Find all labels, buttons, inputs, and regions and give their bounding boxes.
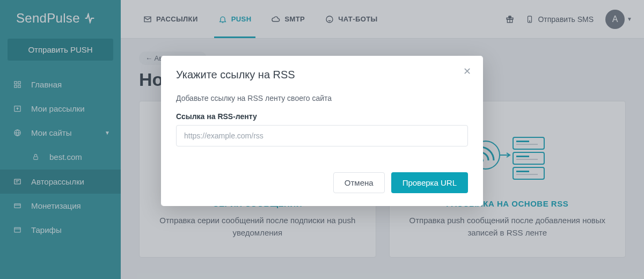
rss-modal: Укажите ссылку на RSS ✕ Добавьте ссылку …	[161, 56, 483, 206]
rss-url-input[interactable]	[176, 125, 468, 146]
modal-overlay[interactable]: Укажите ссылку на RSS ✕ Добавьте ссылку …	[0, 0, 644, 279]
modal-lead: Добавьте ссылку на RSS ленту своего сайт…	[176, 94, 468, 102]
field-label: Ссылка на RSS-ленту	[176, 112, 468, 121]
modal-title: Укажите ссылку на RSS	[176, 69, 468, 81]
close-icon[interactable]: ✕	[463, 67, 471, 76]
modal-actions: Отмена Проверка URL	[176, 172, 468, 193]
cancel-button[interactable]: Отмена	[333, 172, 385, 193]
check-url-button[interactable]: Проверка URL	[391, 172, 468, 193]
